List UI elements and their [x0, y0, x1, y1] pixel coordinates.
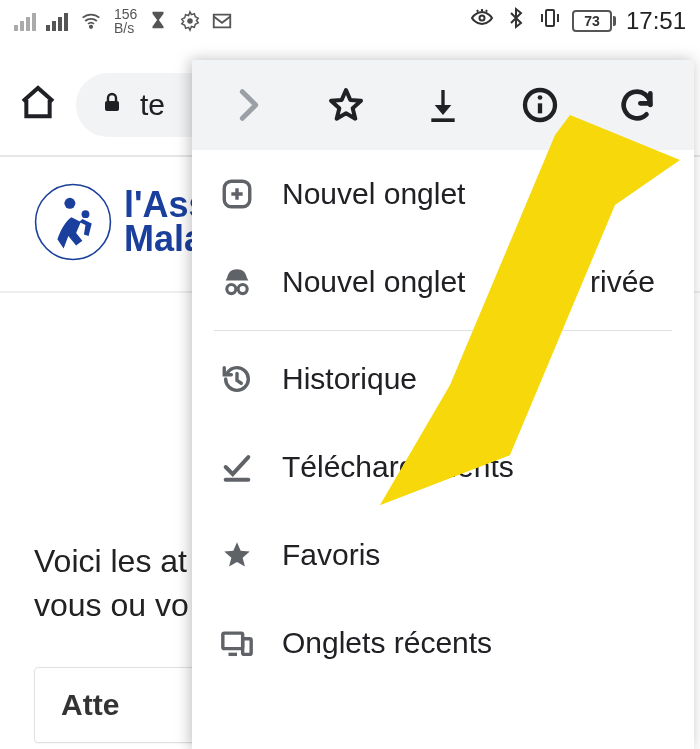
- info-icon[interactable]: [518, 83, 562, 127]
- star-filled-icon: [218, 536, 256, 574]
- downloads-check-icon: [218, 448, 256, 486]
- clock: 17:51: [626, 7, 686, 35]
- menu-item-label: Onglets récents: [282, 626, 492, 660]
- history-icon: [218, 360, 256, 398]
- home-icon[interactable]: [18, 83, 58, 127]
- bluetooth-icon: [504, 6, 528, 36]
- vibrate-icon: [538, 6, 562, 36]
- menu-toolbar: [192, 60, 694, 150]
- bandwidth-unit: B/s: [114, 21, 137, 35]
- menu-item-history[interactable]: Historique: [194, 335, 692, 423]
- forward-button[interactable]: [227, 83, 271, 127]
- svg-point-2: [479, 16, 484, 21]
- status-bar: 156 B/s 73: [0, 0, 700, 42]
- svg-point-6: [64, 198, 75, 209]
- mail-icon: [211, 10, 233, 32]
- svg-point-11: [538, 95, 543, 100]
- svg-point-13: [227, 285, 236, 294]
- menu-item-bookmarks[interactable]: Favoris: [194, 511, 692, 599]
- svg-rect-3: [546, 10, 554, 26]
- svg-rect-16: [243, 639, 252, 655]
- signal-1-icon: [14, 11, 36, 31]
- bandwidth-value: 156: [114, 7, 137, 21]
- menu-item-new-tab[interactable]: Nouvel onglet: [194, 150, 692, 238]
- menu-item-recent-tabs[interactable]: Onglets récents: [194, 599, 692, 687]
- svg-point-1: [188, 18, 194, 24]
- svg-rect-8: [431, 118, 454, 122]
- download-icon[interactable]: [421, 83, 465, 127]
- plus-square-icon: [218, 175, 256, 213]
- url-text: te: [140, 88, 165, 122]
- svg-point-14: [238, 285, 247, 294]
- devices-icon: [218, 624, 256, 662]
- reload-icon[interactable]: [615, 83, 659, 127]
- svg-point-7: [82, 210, 90, 218]
- wifi-icon: [78, 11, 104, 31]
- menu-item-label: Favoris: [282, 538, 380, 572]
- status-left: 156 B/s: [14, 7, 233, 35]
- battery-indicator: 73: [572, 10, 616, 32]
- status-right: 73 17:51: [470, 6, 686, 36]
- logo-figure-icon: [34, 183, 112, 261]
- gear-icon: [179, 10, 201, 32]
- bandwidth-indicator: 156 B/s: [114, 7, 137, 35]
- svg-rect-4: [105, 101, 119, 111]
- menu-divider: [214, 330, 672, 331]
- battery-pct: 73: [584, 13, 600, 29]
- menu-item-label: Téléchargements: [282, 450, 514, 484]
- lock-icon: [100, 88, 124, 122]
- menu-item-label: Nouvel onglet: [282, 177, 465, 211]
- menu-item-downloads[interactable]: Téléchargements: [194, 423, 692, 511]
- menu-item-incognito[interactable]: Nouvel onglet X nav. p rivée: [194, 238, 692, 326]
- menu-item-label: Nouvel onglet X nav. p rivée: [282, 265, 655, 299]
- menu-item-label: Historique: [282, 362, 417, 396]
- star-icon[interactable]: [324, 83, 368, 127]
- hourglass-icon: [147, 10, 169, 32]
- browser-menu: Nouvel onglet Nouvel onglet X nav. p riv…: [192, 60, 694, 749]
- svg-point-0: [90, 26, 92, 28]
- signal-2-icon: [46, 11, 68, 31]
- incognito-icon: [218, 263, 256, 301]
- eye-comfort-icon: [470, 6, 494, 36]
- svg-rect-15: [223, 633, 243, 649]
